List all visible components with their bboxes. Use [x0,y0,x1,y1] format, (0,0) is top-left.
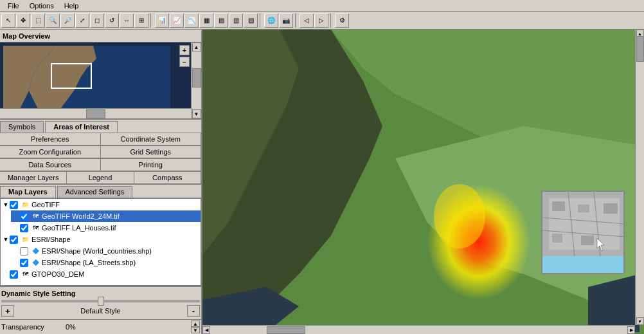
checkbox-esri-streets[interactable] [20,259,28,267]
layer-geotiff-world-label: GeoTIFF World2_24M.tif [42,212,120,220]
grid-settings-btn[interactable]: Grid Settings [101,146,202,158]
layer-tree[interactable]: ▼ 📁 GeoTIFF 🗺 GeoTIFF World2_24M.tif 🗺 G… [0,198,201,286]
remove-style-btn[interactable]: - [187,305,200,317]
compass-btn[interactable]: Compass [134,172,201,184]
tool-chart4[interactable]: ▦ [199,14,213,28]
dynamic-style-section: Dynamic Style Setting + Default Style - [0,286,201,319]
layer-esri-world-label: ESRI/Shape (World_countries.shp) [42,247,152,255]
scroll-thumb-v[interactable] [192,68,201,88]
preferences-btn[interactable]: Preferences [0,133,101,145]
layer-geotiff-la-label: GeoTIFF LA_Houses.tif [42,224,116,232]
toolbar-separator-4 [330,14,333,28]
map-terrain-svg [202,30,644,334]
layer-geotiff-world[interactable]: 🗺 GeoTIFF World2_24M.tif [11,210,201,222]
tool-refresh[interactable]: ↺ [105,14,119,28]
tool-capture[interactable]: 📷 [279,14,293,28]
raster-icon: 🗺 [30,211,40,221]
map-scroll-left[interactable]: ◀ [202,326,210,334]
tool-zoom-in[interactable]: 🔍 [46,14,60,28]
tool-arrow-right[interactable]: ▷ [314,14,328,28]
tool-select[interactable]: ↖ [1,14,15,28]
style-slider[interactable] [1,300,200,302]
printing-btn[interactable]: Printing [101,159,202,171]
zoom-config-btn[interactable]: Zoom Configuration [0,146,101,158]
map-scroll-down[interactable]: ▼ [636,317,644,325]
legend-btn[interactable]: Legend [67,172,134,184]
expand-geotiff-world [12,212,20,220]
menu-file[interactable]: File [3,2,24,10]
tab-advanced-settings[interactable]: Advanced Settings [57,186,133,198]
tool-chart7[interactable]: ▧ [244,14,258,28]
tool-zoom-out[interactable]: 🔎 [60,14,75,28]
zoom-config-row: Zoom Configuration Grid Settings [0,146,201,159]
expand-geotiff-la [12,224,20,232]
coordinate-system-btn[interactable]: Coordinate System [101,133,202,145]
transparency-row: Transparency 0% ▲ ▼ [0,319,201,334]
checkbox-gtopo[interactable] [10,270,18,279]
toolbar-separator-3 [295,14,298,28]
tool-zoom-box[interactable]: ⬚ [31,14,45,28]
tab-areas-of-interest[interactable]: Areas of Interest [45,121,118,133]
vector-icon: 🔷 [30,246,40,256]
layer-geotiff-label: GeoTIFF [31,201,60,209]
tool-pan2[interactable]: ↔ [120,14,134,28]
tool-grid[interactable]: ⊞ [134,14,148,28]
zoom-in-btn[interactable]: + [179,45,190,55]
tool-chart6[interactable]: ▥ [229,14,243,28]
map-scroll-thumb-h[interactable] [267,326,305,334]
scroll-up-arrow[interactable]: ▲ [192,42,201,51]
expand-esri[interactable]: ▼ [2,236,10,243]
map-scroll-thumb-v[interactable] [636,36,644,62]
layer-geotiff-la[interactable]: 🗺 GeoTIFF LA_Houses.tif [11,222,201,234]
tab-symbols[interactable]: Symbols [0,121,44,133]
tool-web[interactable]: 🌐 [264,14,278,28]
layer-esri-world[interactable]: 🔷 ESRI/Shape (World_countries.shp) [11,245,201,257]
inset-map[interactable] [541,190,625,274]
tool-chart2[interactable]: 📈 [170,14,184,28]
scroll-down-arrow[interactable]: ▼ [192,109,201,118]
tool-chart1[interactable]: 📊 [155,14,169,28]
trans-up-arrow[interactable]: ▲ [191,320,200,327]
layer-geotiff-group[interactable]: ▼ 📁 GeoTIFF [1,199,201,210]
tool-chart3[interactable]: 📉 [184,14,199,28]
add-style-btn[interactable]: + [1,305,14,317]
inset-map-svg [542,192,625,274]
checkbox-geotiff-la[interactable] [20,224,28,232]
map-scroll-right[interactable]: ▶ [627,326,635,334]
zoom-out-btn[interactable]: − [179,57,190,67]
tool-zoom-extent[interactable]: ⤢ [75,14,89,28]
raster-icon-2: 🗺 [30,223,40,233]
menu-options[interactable]: Options [24,2,59,10]
layer-gtopo[interactable]: 🗺 GTOPO30_DEM [1,268,201,280]
overview-scroll-v: ▲ ▼ [191,42,201,118]
tool-pan[interactable]: ✥ [16,14,30,28]
toolbar-separator-2 [260,14,262,28]
zoom-controls: + − [179,45,190,67]
manager-layers-btn[interactable]: Manager Layers [0,172,67,184]
checkbox-esri-world[interactable] [20,247,28,255]
checkbox-geotiff[interactable] [10,201,18,209]
map-overview-content: + − ▲ ▼ [0,42,201,120]
tool-settings[interactable]: ⚙ [335,14,349,28]
menubar: File Options Help [0,0,644,12]
checkbox-esri[interactable] [10,236,18,244]
svg-rect-23 [552,234,562,243]
layer-esri-group[interactable]: ▼ 📁 ESRI/Shape [1,234,201,245]
transparency-label: Transparency [1,323,66,331]
vector-icon-2: 🔷 [30,257,40,268]
tool-arrow-left[interactable]: ◁ [300,14,314,28]
map-scrollbar-h: ◀ ▶ [202,325,635,334]
tool-zoom-window[interactable]: ◻ [90,14,104,28]
overview-map[interactable] [3,46,170,116]
menu-help[interactable]: Help [59,2,84,10]
data-sources-btn[interactable]: Data Sources [0,159,101,171]
map-scrollbar-v: ▲ ▼ [635,30,644,325]
map-area[interactable]: ▲ ▼ ◀ ▶ [202,30,644,334]
trans-down-arrow[interactable]: ▼ [191,327,200,333]
checkbox-geotiff-world[interactable] [20,212,28,221]
tab-map-layers[interactable]: Map Layers [0,186,56,198]
layer-esri-streets[interactable]: 🔷 ESRI/Shape (LA_Streets.shp) [11,257,201,268]
expand-geotiff[interactable]: ▼ [2,201,10,209]
scroll-thumb-h[interactable] [86,109,105,118]
tool-chart5[interactable]: ▤ [214,14,228,28]
